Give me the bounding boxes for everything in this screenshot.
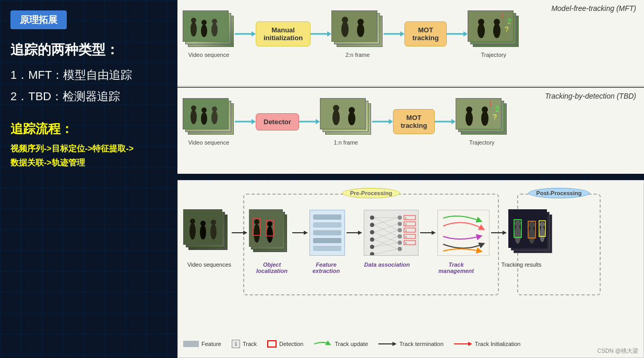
svg-marker-17 bbox=[400, 31, 404, 37]
svg-point-66 bbox=[254, 224, 260, 243]
tracking-results bbox=[508, 209, 555, 256]
svg-point-29 bbox=[190, 110, 197, 124]
svg-point-83 bbox=[398, 222, 402, 226]
svg-point-34 bbox=[212, 106, 217, 112]
principle-badge: 原理拓展 bbox=[10, 10, 67, 29]
tbd-1n-frame: 1:n frame bbox=[320, 98, 372, 146]
svg-point-59 bbox=[200, 225, 206, 240]
svg-point-50 bbox=[466, 106, 472, 113]
mft-manual-init: Manualinitialization bbox=[256, 21, 311, 46]
svg-marker-47 bbox=[451, 119, 456, 124]
legend-feature-label: Feature bbox=[201, 341, 221, 347]
tbd-arrow-4 bbox=[435, 116, 456, 127]
tbd-video-label: Video sequence bbox=[188, 139, 230, 146]
svg-point-79 bbox=[370, 237, 374, 242]
svg-point-41 bbox=[333, 105, 339, 111]
svg-marker-38 bbox=[316, 119, 320, 124]
legend-track-init: Track Initialization bbox=[454, 340, 521, 348]
svg-text:2: 2 bbox=[495, 105, 499, 113]
svg-marker-117 bbox=[503, 231, 507, 235]
mft-video-frames bbox=[183, 10, 235, 50]
svg-text:4: 4 bbox=[405, 235, 407, 238]
mft-trajectory: 1 2 ? Trajectory bbox=[468, 10, 520, 58]
legend-track-icon: 1 bbox=[232, 340, 240, 348]
svg-point-21 bbox=[478, 23, 485, 38]
tbd-section: Tracking-by-detection (TBD) bbox=[177, 88, 644, 174]
bottom-arrow-3 bbox=[347, 229, 362, 237]
bottom-main-flow: 1 2 3 4 5 bbox=[183, 209, 555, 256]
svg-point-125 bbox=[540, 226, 545, 242]
svg-text:2: 2 bbox=[507, 17, 511, 26]
tbd-video-seq: Video sequence bbox=[183, 98, 235, 146]
svg-text:?: ? bbox=[505, 25, 509, 33]
mft-section: Model-free-tracking (MFT) bbox=[177, 0, 644, 86]
svg-text:5: 5 bbox=[405, 242, 407, 245]
bottom-arrow-5 bbox=[491, 229, 507, 237]
label-feat-ext: Feature extraction bbox=[308, 261, 344, 274]
svg-point-40 bbox=[332, 110, 340, 125]
legend-track-term-label: Track termination bbox=[399, 341, 444, 347]
label-video-seq: Video sequences bbox=[183, 261, 235, 268]
bottom-arrow-1 bbox=[232, 229, 247, 237]
svg-rect-39 bbox=[320, 99, 366, 129]
flow-desc: 视频序列->目标定位->特征提取->数据关联->轨迹管理 bbox=[10, 141, 167, 170]
svg-point-76 bbox=[370, 216, 374, 220]
tbd-arrow-1 bbox=[235, 116, 256, 127]
svg-point-123 bbox=[529, 222, 535, 228]
svg-point-43 bbox=[349, 107, 355, 113]
svg-point-2 bbox=[191, 18, 196, 23]
svg-point-5 bbox=[211, 23, 218, 37]
svg-marker-64 bbox=[243, 231, 247, 235]
svg-point-6 bbox=[212, 19, 217, 24]
svg-marker-110 bbox=[432, 231, 436, 235]
feature-extraction bbox=[309, 210, 345, 256]
legend-detection: Detection bbox=[267, 340, 303, 348]
svg-point-23 bbox=[493, 23, 500, 38]
svg-marker-8 bbox=[252, 31, 256, 37]
svg-text:1: 1 bbox=[500, 12, 505, 20]
arrow-4 bbox=[447, 29, 468, 39]
tbd-trajectory: 1 2 ? Trajectory bbox=[456, 98, 508, 146]
right-panel: Model-free-tracking (MFT) bbox=[177, 0, 644, 358]
svg-point-84 bbox=[398, 228, 402, 232]
svg-point-122 bbox=[529, 227, 535, 244]
svg-point-13 bbox=[342, 17, 348, 23]
svg-text:2: 2 bbox=[405, 223, 407, 226]
legend-feature-icon bbox=[183, 341, 199, 347]
pre-processing-label: Pre-Processing bbox=[342, 188, 400, 198]
legend-red-arrow-icon bbox=[454, 340, 472, 348]
mft-label: Model-free-tracking (MFT) bbox=[551, 4, 636, 13]
mft-video-seq: Video sequence bbox=[183, 10, 235, 58]
svg-point-42 bbox=[348, 112, 355, 125]
svg-point-49 bbox=[466, 111, 473, 126]
legend-detection-icon bbox=[267, 340, 277, 348]
data-association: 1 2 3 4 5 bbox=[364, 210, 419, 256]
mft-2n-frame: 2:n frame bbox=[331, 10, 384, 58]
label-data-assoc: Data association bbox=[360, 261, 414, 268]
tbd-traj-label: Trajectory bbox=[469, 139, 495, 146]
svg-point-52 bbox=[482, 106, 488, 113]
svg-marker-75 bbox=[358, 231, 362, 235]
svg-point-30 bbox=[191, 105, 196, 111]
svg-point-14 bbox=[357, 23, 364, 37]
legend-track-update-label: Track update bbox=[335, 341, 368, 347]
svg-point-51 bbox=[481, 111, 488, 126]
mft-video-label: Video sequence bbox=[188, 52, 230, 58]
tbd-arrow-2 bbox=[299, 116, 320, 127]
tbd-1n-frames bbox=[320, 98, 372, 137]
svg-point-119 bbox=[515, 225, 521, 244]
svg-text:3: 3 bbox=[405, 229, 407, 232]
svg-line-97 bbox=[374, 243, 398, 247]
legend-track: 1 Track bbox=[232, 340, 257, 348]
label-track-mgmt: Track management bbox=[430, 261, 482, 274]
svg-point-81 bbox=[370, 252, 374, 256]
svg-marker-130 bbox=[392, 342, 397, 346]
svg-point-15 bbox=[357, 19, 364, 25]
svg-point-33 bbox=[211, 111, 218, 124]
svg-marker-36 bbox=[252, 119, 256, 124]
svg-point-120 bbox=[515, 220, 521, 226]
svg-point-70 bbox=[267, 221, 272, 226]
svg-rect-11 bbox=[332, 11, 377, 42]
bottom-arrow-2 bbox=[292, 229, 308, 237]
legend-black-arrow-icon bbox=[378, 340, 397, 348]
